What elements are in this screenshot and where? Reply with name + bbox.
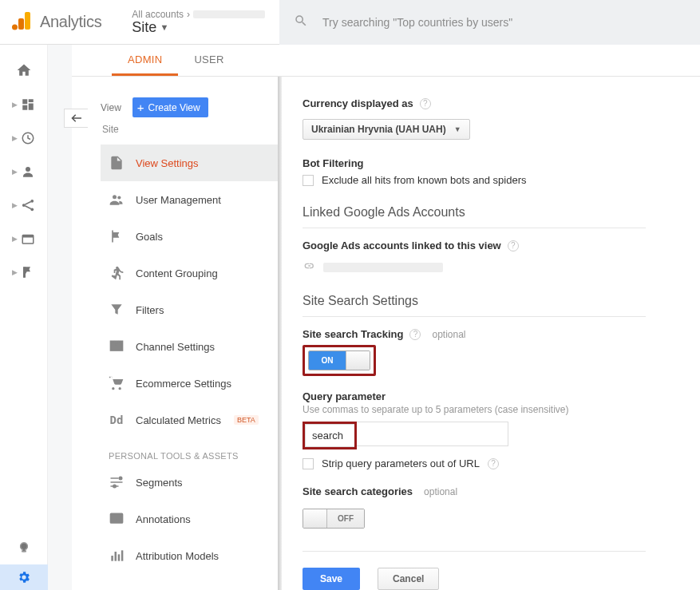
site-label: Site bbox=[102, 124, 279, 135]
home-icon[interactable] bbox=[16, 62, 32, 78]
sidebar-item-channel-settings[interactable]: Channel Settings bbox=[101, 328, 279, 365]
svg-point-2 bbox=[12, 25, 18, 30]
logo-area: Analytics bbox=[0, 10, 111, 34]
svg-point-8 bbox=[26, 167, 30, 172]
sidebar-item-ecommerce-settings[interactable]: Ecommerce Settings bbox=[101, 365, 279, 402]
strip-query-checkbox[interactable] bbox=[303, 458, 314, 469]
help-icon[interactable]: ? bbox=[488, 458, 499, 469]
top-header: Analytics All accounts › Site ▼ Try sear… bbox=[0, 0, 700, 45]
query-param-input[interactable] bbox=[305, 424, 354, 447]
svg-rect-24 bbox=[121, 550, 124, 560]
sidebar-item-label: Annotations bbox=[136, 513, 191, 525]
svg-rect-5 bbox=[29, 104, 34, 110]
ss-tracking-toggle[interactable]: ON bbox=[308, 350, 370, 370]
save-button[interactable]: Save bbox=[303, 568, 360, 590]
svg-rect-4 bbox=[29, 99, 34, 102]
dd-icon: Dd bbox=[109, 412, 125, 428]
svg-rect-6 bbox=[22, 105, 27, 110]
toggle-handle bbox=[303, 509, 327, 528]
linked-account-item[interactable] bbox=[303, 259, 700, 275]
svg-point-15 bbox=[117, 196, 121, 199]
cart-icon bbox=[109, 375, 125, 391]
query-param-input-extension[interactable] bbox=[357, 422, 508, 446]
sidebar-item-segments[interactable]: Segments bbox=[101, 464, 279, 501]
sidebar-item-view-settings[interactable]: View Settings bbox=[101, 145, 279, 181]
segments-icon bbox=[109, 474, 125, 490]
chevron-right-icon: › bbox=[187, 9, 190, 20]
svg-rect-22 bbox=[115, 552, 117, 561]
beta-badge: BETA bbox=[234, 415, 259, 425]
link-icon bbox=[303, 259, 315, 275]
sidebar-item-label: Goals bbox=[136, 231, 163, 243]
svg-point-18 bbox=[119, 477, 121, 479]
create-view-button[interactable]: + Create View bbox=[132, 97, 208, 117]
breadcrumb-top: All accounts bbox=[132, 9, 184, 20]
help-icon[interactable]: ? bbox=[508, 240, 519, 251]
sidebar-item-attribution-models[interactable]: Attribution Models bbox=[101, 537, 279, 574]
page-icon bbox=[109, 155, 125, 171]
chevron-down-icon: ▼ bbox=[454, 125, 461, 133]
admin-tabs: ADMIN USER bbox=[72, 45, 700, 77]
sidebar-item-label: View Settings bbox=[136, 157, 199, 169]
sidebar-item-label: Ecommerce Settings bbox=[136, 378, 231, 390]
svg-rect-0 bbox=[25, 12, 30, 30]
tab-user[interactable]: USER bbox=[178, 45, 239, 76]
admin-gear-icon[interactable] bbox=[0, 564, 48, 590]
create-view-label: Create View bbox=[148, 102, 200, 113]
toggle-on-label: ON bbox=[309, 351, 346, 370]
conversions-icon[interactable]: ▶ bbox=[12, 265, 35, 279]
toggle-handle bbox=[346, 351, 370, 370]
sidebar-item-filters[interactable]: Filters bbox=[101, 291, 279, 328]
strip-query-label: Strip query parameters out of URL bbox=[322, 457, 480, 469]
site-search-heading: Site Search Settings bbox=[303, 294, 646, 317]
behavior-icon[interactable]: ▶ bbox=[12, 232, 35, 246]
sidebar-item-label: Segments bbox=[136, 477, 183, 489]
svg-rect-1 bbox=[18, 18, 24, 30]
optional-label: optional bbox=[432, 329, 465, 340]
customization-icon[interactable]: ▶ bbox=[12, 97, 35, 112]
sidebar-item-label: Attribution Models bbox=[136, 550, 219, 562]
help-icon[interactable]: ? bbox=[409, 329, 421, 340]
ss-categories-toggle[interactable]: OFF bbox=[303, 509, 365, 529]
realtime-icon[interactable]: ▶ bbox=[12, 131, 35, 145]
sidebar-item-label: Content Grouping bbox=[136, 267, 218, 279]
ss-tracking-label: Site search Tracking bbox=[303, 328, 403, 340]
sidebar-item-content-grouping[interactable]: Content Grouping bbox=[101, 255, 279, 291]
linked-account-redacted bbox=[323, 263, 443, 272]
tab-admin[interactable]: ADMIN bbox=[112, 45, 178, 76]
person-run-icon bbox=[109, 265, 125, 281]
flag-icon bbox=[109, 228, 125, 244]
breadcrumb-site: Site bbox=[132, 19, 156, 36]
help-icon[interactable]: ? bbox=[420, 98, 431, 109]
back-button[interactable] bbox=[64, 109, 88, 128]
bot-filtering-label: Exclude all hits from known bots and spi… bbox=[322, 174, 527, 186]
view-sidebar: View + Create View Site View Settings Us… bbox=[72, 77, 279, 590]
cancel-button[interactable]: Cancel bbox=[378, 568, 439, 590]
linked-accounts-heading: Linked Google Ads Accounts bbox=[303, 205, 646, 228]
query-param-help: Use commas to separate up to 5 parameter… bbox=[303, 404, 646, 415]
sidebar-item-label: Filters bbox=[136, 304, 164, 316]
acquisition-icon[interactable]: ▶ bbox=[12, 198, 35, 212]
linked-sub-label: Google Ads accounts linked to this view bbox=[303, 240, 501, 251]
currency-value: Ukrainian Hryvnia (UAH UAH) bbox=[311, 124, 446, 135]
svg-rect-20 bbox=[111, 513, 123, 523]
search-bar[interactable]: Try searching "Top countries by users" bbox=[279, 0, 700, 45]
search-icon bbox=[294, 14, 308, 30]
bot-filtering-checkbox[interactable] bbox=[303, 175, 314, 186]
sidebar-item-calculated-metrics[interactable]: Dd Calculated Metrics BETA bbox=[101, 402, 279, 438]
analytics-logo-icon bbox=[11, 10, 32, 34]
view-label: View bbox=[101, 102, 121, 113]
bars-icon bbox=[109, 548, 125, 564]
channel-icon bbox=[109, 339, 125, 354]
search-placeholder: Try searching "Top countries by users" bbox=[322, 16, 512, 29]
breadcrumb[interactable]: All accounts › Site ▼ bbox=[132, 9, 265, 36]
plus-icon: + bbox=[137, 101, 144, 114]
sidebar-item-user-management[interactable]: User Management bbox=[101, 181, 279, 218]
currency-dropdown[interactable]: Ukrainian Hryvnia (UAH UAH) ▼ bbox=[303, 119, 470, 140]
audience-icon[interactable]: ▶ bbox=[12, 164, 35, 179]
sidebar-item-annotations[interactable]: Annotations bbox=[101, 501, 279, 537]
sidebar-item-goals[interactable]: Goals bbox=[101, 218, 279, 255]
left-nav-rail: ▶ ▶ ▶ ▶ ▶ ▶ bbox=[0, 45, 48, 590]
chevron-down-icon: ▼ bbox=[160, 22, 168, 32]
discover-icon[interactable] bbox=[17, 539, 31, 553]
